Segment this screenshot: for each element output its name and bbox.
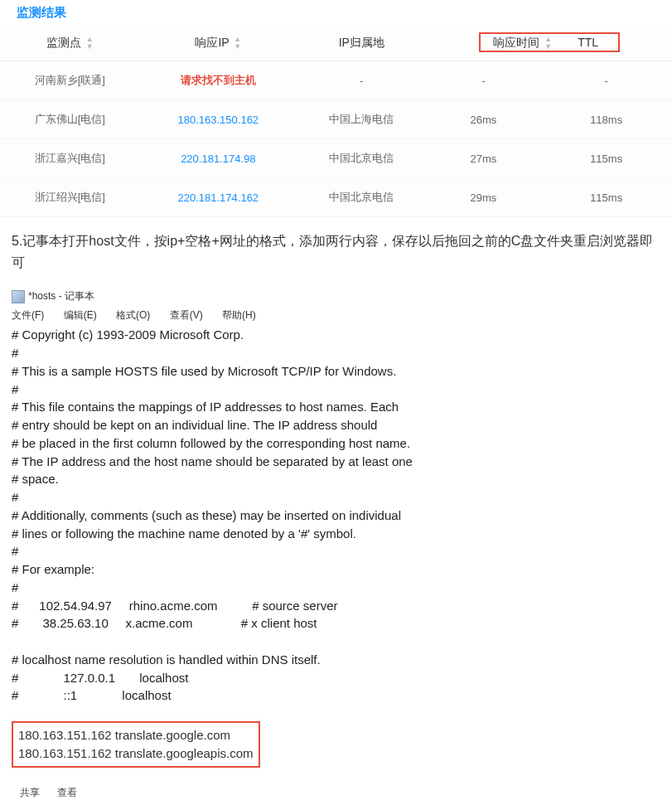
sort-icon: ▲▼ (86, 36, 94, 51)
ip-link[interactable]: 220.181.174.162 (178, 192, 259, 204)
added-lines-text: 180.163.151.162 translate.google.com 180… (18, 728, 254, 760)
ribbon-share[interactable]: 共享 (20, 787, 40, 798)
table-row: 浙江嘉兴[电信]220.181.174.98中国北京电信27ms115ms (0, 139, 672, 178)
notepad-menubar: 文件(F) 编辑(E) 格式(O) 查看(V) 帮助(H) (12, 307, 660, 324)
col-loc-label: IP归属地 (339, 36, 384, 49)
table-row: 广东佛山[电信]180.163.150.162中国上海电信26ms118ms (0, 100, 672, 139)
highlight-box-added-lines: 180.163.151.162 translate.google.com 180… (12, 721, 260, 768)
col-time-label: 响应时间 (493, 36, 539, 49)
col-ip[interactable]: 响应IP ▲▼ (140, 26, 297, 61)
cell-ttl: 115ms (540, 139, 672, 178)
cell-time: - (427, 61, 541, 100)
cell-loc: 中国上海电信 (297, 100, 427, 139)
col-loc: IP归属地 (297, 26, 427, 61)
cell-loc: - (297, 61, 427, 100)
menu-format[interactable]: 格式(O) (116, 309, 158, 321)
ip-error: 请求找不到主机 (181, 74, 256, 86)
menu-file[interactable]: 文件(F) (12, 309, 52, 321)
ribbon-view[interactable]: 查看 (57, 787, 77, 798)
highlight-box-header: 响应时间 ▲▼ TTL (479, 32, 620, 52)
cell-ip: 220.181.174.98 (140, 139, 297, 178)
cell-loc: 中国北京电信 (297, 139, 427, 178)
cell-ip: 220.181.174.162 (140, 178, 297, 217)
notepad-content[interactable]: # Copyright (c) 1993-2009 Microsoft Corp… (12, 324, 660, 706)
cell-point: 河南新乡[联通] (0, 61, 140, 100)
cell-point: 浙江嘉兴[电信] (0, 139, 140, 178)
menu-help[interactable]: 帮助(H) (222, 309, 264, 321)
file-explorer: 共享 查看 此电脑›Windows (C:)›Windows›System32›… (12, 783, 660, 800)
col-ttl-label: TTL (563, 36, 613, 49)
notepad-titlebar: *hosts - 记事本 (12, 286, 660, 307)
cell-time: 29ms (427, 178, 541, 217)
cell-ttl: 115ms (540, 178, 672, 217)
notepad-title: *hosts - 记事本 (28, 289, 94, 303)
ip-link[interactable]: 220.181.174.98 (181, 153, 255, 165)
table-row: 浙江绍兴[电信]220.181.174.162中国北京电信29ms115ms (0, 178, 672, 217)
sort-icon: ▲▼ (544, 36, 552, 51)
col-ip-label: 响应IP (195, 36, 229, 49)
ip-link[interactable]: 180.163.150.162 (178, 114, 259, 126)
notepad-window: *hosts - 记事本 文件(F) 编辑(E) 格式(O) 查看(V) 帮助(… (12, 286, 660, 767)
cell-loc: 中国北京电信 (297, 178, 427, 217)
col-point[interactable]: 监测点 ▲▼ (0, 26, 140, 61)
cell-ttl: 118ms (540, 100, 672, 139)
monitor-table: 监测点 ▲▼ 响应IP ▲▼ IP归属地 响应时间 ▲▼ TTL 河南 (0, 26, 672, 217)
notepad-icon (12, 290, 25, 303)
table-row: 河南新乡[联通]请求找不到主机--- (0, 61, 672, 100)
col-point-label: 监测点 (46, 36, 81, 49)
section-title: 监测结果 (0, 0, 672, 26)
cell-point: 浙江绍兴[电信] (0, 178, 140, 217)
step-5-instruction: 5.记事本打开host文件，按ip+空格+网址的格式，添加两行内容，保存以后拖回… (0, 217, 672, 279)
menu-view[interactable]: 查看(V) (170, 309, 211, 321)
explorer-ribbon: 共享 查看 (12, 783, 660, 800)
sort-icon: ▲▼ (234, 36, 241, 51)
cell-time: 26ms (427, 100, 541, 139)
cell-ip: 180.163.150.162 (140, 100, 297, 139)
menu-edit[interactable]: 编辑(E) (64, 309, 105, 321)
cell-point: 广东佛山[电信] (0, 100, 140, 139)
cell-ttl: - (540, 61, 672, 100)
cell-time: 27ms (427, 139, 541, 178)
cell-ip: 请求找不到主机 (140, 61, 297, 100)
